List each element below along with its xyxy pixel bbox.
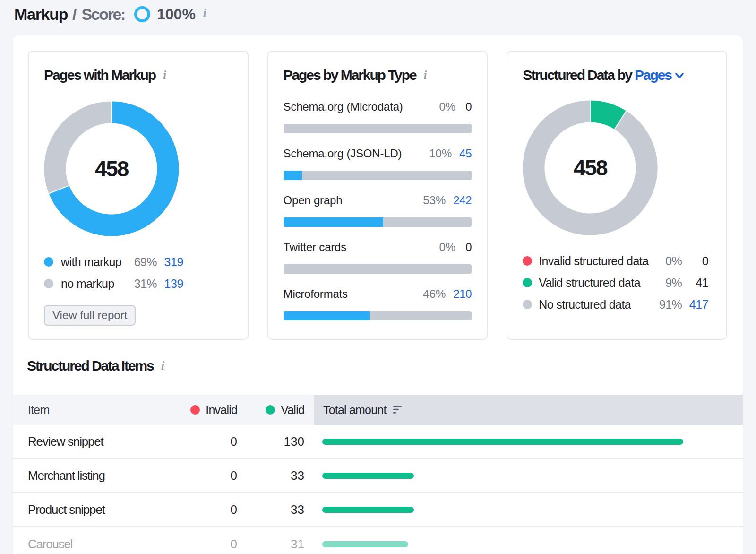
card-structured-data-by: Structured Data by Pages 458 Invalid str… [507, 51, 727, 340]
legend-value[interactable]: 319 [157, 251, 183, 273]
legend-percent: 31% [119, 273, 157, 294]
chevron-down-icon[interactable] [675, 72, 684, 79]
amount-cell [314, 425, 743, 458]
markup-type-row-microformats: Microformats 46% 210 [284, 287, 472, 320]
invalid-cell: 0 [155, 527, 237, 554]
page: Markup / Score: 100% i Pages with Markup… [0, 0, 756, 554]
column-header-item: Item [13, 395, 155, 425]
legend-item-no-markup: no markup 31% 139 [44, 273, 183, 294]
card-title-text: Pages with Markup [44, 67, 155, 83]
table-body: Review snippet 0 130 Merchant listing 0 … [13, 425, 743, 554]
card-title-pages-by-markup-type: Pages by Markup Typei [284, 67, 472, 85]
donut-total: 458 [44, 101, 179, 236]
markup-type-row-schema-org-json-ld: Schema.org (JSON-LD) 10% 45 [284, 147, 472, 180]
column-header-valid: Valid [237, 395, 304, 425]
markup-type-percent: 0% [439, 100, 456, 113]
legend-label: Invalid structured data [539, 254, 648, 268]
report-panel: Pages with Markupi 458 with markup 69% 3… [13, 35, 743, 554]
column-header-total-amount-label: Total amount [323, 403, 387, 417]
view-full-report-button[interactable]: View full report [44, 305, 136, 326]
section-title-structured-data-items: Structured Data Itemsi [27, 356, 728, 376]
structured-data-items-table: Item Invalid Valid Total amount Review s… [13, 395, 743, 554]
markup-type-percent: 53% [423, 194, 446, 207]
markup-type-label: Twitter cards [284, 241, 439, 254]
valid-dot [266, 405, 275, 415]
column-gap [304, 527, 314, 554]
valid-cell: 33 [237, 459, 304, 492]
column-gap [304, 493, 314, 526]
info-icon[interactable]: i [163, 67, 166, 84]
markup-type-bar-fill [284, 311, 370, 320]
column-header-total-amount[interactable]: Total amount [314, 395, 743, 425]
legend-value: 0 [682, 250, 708, 272]
markup-type-value: 0 [463, 100, 472, 113]
info-icon[interactable]: i [423, 67, 427, 84]
card-title-structured-data-by: Structured Data by Pages [523, 67, 711, 84]
legend-label: No structured data [539, 298, 631, 312]
markup-type-bars: Schema.org (Microdata) 0% 0 Schema.org (… [284, 100, 472, 320]
structured-data-legend: Invalid structured data 0% 0 Valid struc… [523, 250, 711, 315]
markup-type-label: Microformats [284, 287, 423, 301]
legend-value[interactable]: 417 [682, 294, 708, 315]
column-gap [304, 459, 314, 492]
markup-type-bar-track [284, 217, 472, 227]
markup-type-bar-track [284, 264, 472, 274]
card-pages-by-markup-type: Pages by Markup Typei Schema.org (Microd… [267, 51, 488, 340]
markup-type-row-line: Schema.org (JSON-LD) 10% 45 [284, 147, 472, 164]
legend-dot [523, 278, 532, 287]
table-row-product-snippet: Product snippet 0 33 [13, 493, 743, 527]
legend-value[interactable]: 139 [157, 273, 183, 294]
info-icon[interactable]: i [203, 6, 206, 20]
markup-type-row-schema-org-microdata: Schema.org (Microdata) 0% 0 [284, 100, 472, 133]
table-row-review-snippet: Review snippet 0 130 [13, 425, 743, 459]
legend-item-with-markup: with markup 69% 319 [44, 251, 183, 273]
invalid-cell: 0 [155, 425, 237, 458]
markup-type-row-twitter-cards: Twitter cards 0% 0 [284, 241, 472, 274]
widgets-row: Pages with Markupi 458 with markup 69% 3… [13, 35, 743, 340]
legend-label: Valid structured data [539, 276, 640, 290]
score-value: 100% [157, 6, 196, 23]
column-header-invalid: Invalid [155, 395, 237, 425]
legend-dot [44, 257, 53, 267]
legend-item-valid-structured-data: Valid structured data 9% 41 [523, 272, 708, 294]
markup-type-percent: 46% [423, 287, 446, 301]
legend-label: with markup [61, 255, 121, 269]
legend-percent: 0% [644, 250, 682, 272]
legend-percent: 9% [644, 272, 682, 294]
markup-type-value[interactable]: 242 [453, 194, 472, 207]
card-pages-with-markup: Pages with Markupi 458 with markup 69% 3… [28, 51, 249, 340]
legend-dot [523, 300, 532, 309]
legend-percent: 69% [119, 251, 157, 273]
info-icon[interactable]: i [161, 356, 164, 375]
markup-type-row-line: Open graph 53% 242 [284, 194, 472, 211]
invalid-dot [190, 405, 200, 415]
valid-cell: 130 [237, 425, 304, 458]
markup-type-value[interactable]: 45 [459, 147, 472, 160]
score-label: Score: [82, 5, 125, 24]
page-title: Markup [14, 5, 68, 24]
markup-type-row-line: Twitter cards 0% 0 [284, 241, 472, 258]
markup-type-row-line: Schema.org (Microdata) 0% 0 [284, 100, 472, 117]
valid-cell: 31 [237, 527, 304, 554]
markup-type-value[interactable]: 210 [453, 287, 472, 301]
item-cell: Product snippet [13, 493, 155, 526]
pages-selector[interactable]: Pages [635, 67, 671, 83]
legend-label: no markup [61, 277, 114, 291]
pages-with-markup-legend: with markup 69% 319 no markup 31% 139 [44, 251, 232, 294]
legend-percent: 91% [644, 294, 682, 315]
markup-type-row-line: Microformats 46% 210 [284, 287, 472, 304]
amount-bar [322, 507, 414, 513]
pages-with-markup-donut: 458 [44, 101, 179, 236]
breadcrumb-separator: / [72, 5, 77, 24]
card-title-text: Pages by Markup Type [284, 67, 416, 83]
table-row-carousel: Carousel 0 31 [13, 527, 743, 554]
legend-dot [44, 279, 53, 288]
legend-item-invalid-structured-data: Invalid structured data 0% 0 [523, 250, 708, 272]
legend-item-no-structured-data: No structured data 91% 417 [523, 294, 708, 315]
table-header-row: Item Invalid Valid Total amount [13, 395, 743, 425]
card-title-pages-with-markup: Pages with Markupi [44, 67, 232, 85]
legend-value: 41 [682, 272, 708, 294]
markup-type-bar-track [284, 124, 472, 133]
invalid-cell: 0 [155, 459, 237, 492]
invalid-cell: 0 [155, 493, 237, 526]
